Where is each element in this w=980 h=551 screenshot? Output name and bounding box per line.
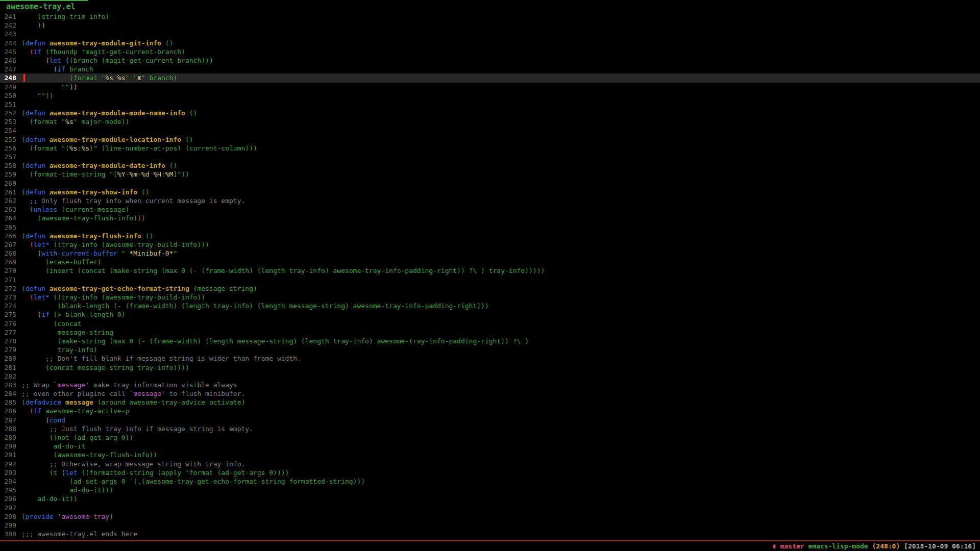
code-line[interactable]: 256 (format "(%s:%s)" (line-number-at-po… — [0, 144, 980, 153]
code-line[interactable]: 287 (cond — [0, 416, 980, 424]
code-line[interactable]: 267 (let* ((tray-info (awesome-tray-buil… — [0, 240, 980, 249]
line-number: 267 — [0, 240, 16, 249]
line-number: 270 — [0, 266, 16, 275]
code-text: (format "%s %s" "♜" branch) — [21, 74, 177, 82]
code-line[interactable]: 285(defadvice message (around awesome-tr… — [0, 398, 980, 407]
code-line[interactable]: 265 — [0, 223, 980, 232]
code-line[interactable]: 243 — [0, 30, 980, 38]
code-line[interactable]: 252(defun awesome-tray-module-mode-name-… — [0, 109, 980, 117]
code-line[interactable]: 270 (insert (concat (make-string (max 0 … — [0, 266, 980, 275]
line-number: 265 — [0, 223, 16, 232]
code-line[interactable]: 280 ;; Don't fill blank if message strin… — [0, 354, 980, 363]
code-line[interactable]: 253 (format "%s" major-mode)) — [0, 117, 980, 126]
code-line[interactable]: 293 (t (let ((formatted-string (apply 'f… — [0, 468, 980, 477]
code-text: ;;; awesome-tray.el ends here — [21, 530, 137, 538]
line-number: 264 — [0, 214, 16, 222]
code-line[interactable]: 262 ;; Only flush tray info when current… — [0, 196, 980, 205]
code-line[interactable]: 272(defun awesome-tray-get-echo-format-s… — [0, 284, 980, 293]
code-line[interactable]: 247 (if branch — [0, 65, 980, 73]
code-line[interactable]: 261(defun awesome-tray-show-info () — [0, 188, 980, 196]
code-line[interactable]: 271 — [0, 276, 980, 284]
code-text: (unless (current-message) — [21, 206, 129, 213]
cursor-position-label: (248:0) — [872, 542, 900, 550]
code-line[interactable]: 276 (concat — [0, 319, 980, 328]
code-line[interactable]: 241 (string-trim info) — [0, 12, 980, 21]
code-line[interactable]: 257 — [0, 153, 980, 161]
code-line[interactable]: 277 message-string — [0, 328, 980, 337]
code-line[interactable]: 260 — [0, 179, 980, 188]
buffer-tab-title[interactable]: awesome-tray.el — [6, 2, 75, 11]
code-text: message-string — [21, 329, 113, 336]
code-text: (if branch — [21, 65, 93, 73]
line-number: 249 — [0, 83, 16, 91]
line-number: 262 — [0, 196, 16, 205]
code-line[interactable]: 246 (let ((branch (magit-get-current-bra… — [0, 56, 980, 65]
git-branch-label: master — [780, 542, 804, 550]
code-line[interactable]: 299 — [0, 521, 980, 530]
line-number: 289 — [0, 433, 16, 442]
line-number: 277 — [0, 328, 16, 337]
code-text: (defun awesome-tray-module-location-info… — [21, 136, 193, 143]
line-number: 293 — [0, 468, 16, 477]
code-line[interactable]: 264 (awesome-tray-flush-info))) — [0, 214, 980, 222]
code-line[interactable]: 297 — [0, 504, 980, 512]
code-text: ;; Wrap `message' make tray information … — [21, 381, 237, 389]
editor-buffer[interactable]: 241 (string-trim info)242 ))243244(defun… — [0, 12, 980, 538]
code-line[interactable]: 300;;; awesome-tray.el ends here — [0, 530, 980, 538]
line-number: 248 — [0, 73, 16, 82]
line-number: 284 — [0, 389, 16, 398]
code-line[interactable]: 281 (concat message-string tray-info)))) — [0, 363, 980, 372]
code-text: (defun awesome-tray-get-echo-format-stri… — [21, 285, 257, 292]
code-line[interactable]: 273 (let* ((tray-info (awesome-tray-buil… — [0, 293, 980, 302]
code-text: (defun awesome-tray-module-git-info () — [21, 39, 173, 47]
code-line[interactable]: 269 (erase-buffer) — [0, 258, 980, 266]
code-line[interactable]: 248 (format "%s %s" "♜" branch) — [0, 73, 980, 82]
code-line[interactable]: 290 ad-do-it — [0, 442, 980, 450]
code-text: (erase-buffer) — [21, 258, 102, 266]
code-line[interactable]: 288 ;; Just flush tray info if message s… — [0, 424, 980, 433]
code-line[interactable]: 255(defun awesome-tray-module-location-i… — [0, 135, 980, 144]
code-line[interactable]: 286 (if awesome-tray-active-p — [0, 407, 980, 415]
code-line[interactable]: 295 ad-do-it))) — [0, 486, 980, 494]
code-text: (defun awesome-tray-show-info () — [21, 188, 149, 196]
line-number: 266 — [0, 232, 16, 240]
line-number: 281 — [0, 363, 16, 372]
line-number: 280 — [0, 354, 16, 363]
code-line[interactable]: 244(defun awesome-tray-module-git-info (… — [0, 39, 980, 47]
code-line[interactable]: 283;; Wrap `message' make tray informati… — [0, 381, 980, 389]
code-line[interactable]: 282 — [0, 372, 980, 381]
code-line[interactable]: 279 tray-info) — [0, 345, 980, 354]
line-number: 258 — [0, 161, 16, 170]
code-line[interactable]: 258(defun awesome-tray-module-date-info … — [0, 161, 980, 170]
code-line[interactable]: 250 "")) — [0, 91, 980, 100]
code-line[interactable]: 245 (if (fboundp 'magit-get-current-bran… — [0, 47, 980, 56]
code-line[interactable]: 289 ((not (ad-get-arg 0)) — [0, 433, 980, 442]
code-line[interactable]: 254 — [0, 126, 980, 135]
code-line[interactable]: 274 (blank-length (- (frame-width) (leng… — [0, 302, 980, 310]
line-number: 292 — [0, 460, 16, 468]
code-line[interactable]: 296 ad-do-it)) — [0, 494, 980, 503]
code-text: (provide 'awesome-tray) — [21, 513, 113, 520]
code-line[interactable]: 292 ;; Otherwise, wrap message string wi… — [0, 460, 980, 468]
line-number: 272 — [0, 284, 16, 293]
code-line[interactable]: 275 (if (> blank-length 0) — [0, 310, 980, 319]
code-line[interactable]: 242 )) — [0, 21, 980, 30]
code-line[interactable]: 268 (with-current-buffer " *Minibuf-0*" — [0, 249, 980, 258]
line-number: 271 — [0, 276, 16, 284]
line-number: 263 — [0, 205, 16, 214]
code-text: (awesome-tray-flush-info))) — [21, 214, 145, 222]
code-line[interactable]: 294 (ad-set-args 0 `(,(awesome-tray-get-… — [0, 477, 980, 486]
code-line[interactable]: 259 (format-time-string "[%Y-%m-%d %H:%M… — [0, 170, 980, 179]
code-line[interactable]: 298(provide 'awesome-tray) — [0, 512, 980, 521]
code-text: (defun awesome-tray-flush-info () — [21, 232, 153, 240]
line-number: 247 — [0, 65, 16, 73]
code-line[interactable]: 291 (awesome-tray-flush-info)) — [0, 450, 980, 459]
code-line[interactable]: 284;; even other plugins call `message' … — [0, 389, 980, 398]
text-cursor — [23, 74, 25, 82]
code-line[interactable]: 278 (make-string (max 0 (- (frame-width)… — [0, 337, 980, 345]
code-line[interactable]: 266(defun awesome-tray-flush-info () — [0, 232, 980, 240]
code-line[interactable]: 251 — [0, 100, 980, 109]
code-line[interactable]: 263 (unless (current-message) — [0, 205, 980, 214]
code-line[interactable]: 249 "")) — [0, 83, 980, 91]
code-text: (defun awesome-tray-module-mode-name-inf… — [21, 109, 197, 117]
